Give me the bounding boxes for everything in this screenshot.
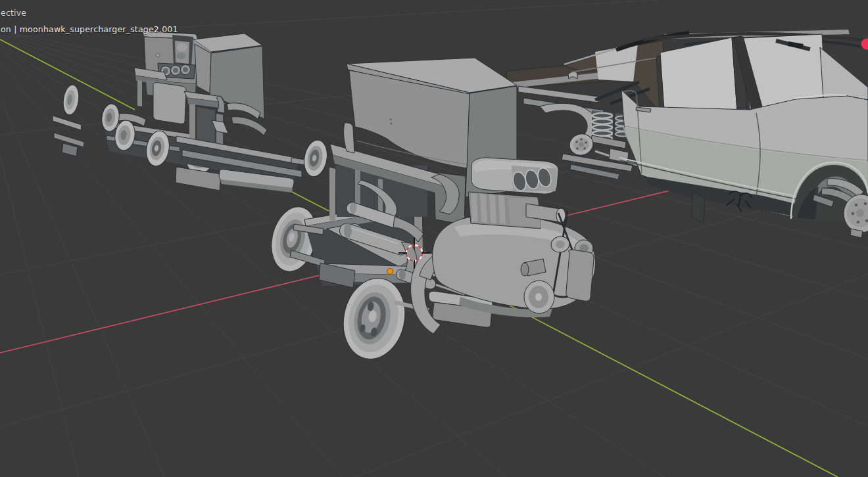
object-origin-dot[interactable] bbox=[387, 269, 393, 275]
blender-3d-viewport[interactable]: ective on | moonhawk_supercharger_stage2… bbox=[0, 0, 868, 477]
view-perspective-label: ective bbox=[1, 8, 26, 18]
active-object-label: on | moonhawk_supercharger_stage2.001 bbox=[1, 24, 178, 34]
seat-panel bbox=[153, 83, 186, 124]
viewport-canvas[interactable] bbox=[0, 0, 868, 477]
